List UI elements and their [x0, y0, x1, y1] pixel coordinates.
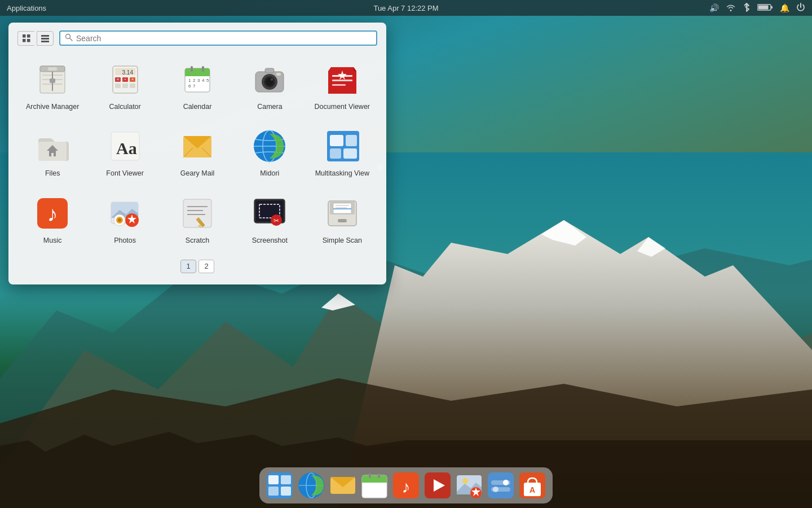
svg-rect-8 [41, 35, 49, 37]
camera-label: Camera [257, 102, 282, 111]
bluetooth-icon[interactable] [743, 3, 751, 14]
svg-rect-27 [115, 84, 121, 88]
svg-rect-109 [281, 487, 291, 496]
calendar-icon: 1 2 3 4 5 6 7 [179, 62, 215, 98]
dock-video[interactable] [423, 471, 452, 500]
topbar: Applications Tue Apr 7 12:22 PM 🔊 [0, 0, 812, 16]
svg-rect-20 [50, 78, 55, 83]
multitasking-icon [324, 128, 360, 164]
svg-rect-10 [41, 41, 49, 42]
svg-rect-55 [332, 80, 352, 81]
svg-rect-35 [185, 73, 210, 76]
dock-mail[interactable] [328, 471, 358, 500]
app-multitasking[interactable]: Multitasking View [307, 121, 377, 183]
font-viewer-icon: Aa [107, 128, 143, 164]
scratch-icon [179, 195, 215, 231]
svg-rect-29 [130, 84, 135, 88]
svg-rect-107 [281, 475, 291, 484]
apps-grid: Archive Manager 3.14 + [17, 55, 377, 251]
svg-marker-53 [354, 67, 356, 71]
svg-rect-9 [41, 38, 49, 40]
svg-rect-119 [378, 473, 380, 478]
svg-point-133 [493, 487, 498, 492]
taskbar-dock: ♪ [259, 467, 553, 503]
svg-point-49 [271, 78, 273, 81]
search-box [59, 30, 377, 46]
launcher-header [17, 30, 377, 46]
svg-rect-3 [758, 5, 769, 9]
photos-label: Photos [114, 236, 136, 245]
screenshot-icon: ✂ [251, 195, 288, 231]
app-scratch[interactable]: Scratch [162, 189, 232, 251]
app-archive-manager[interactable]: Archive Manager [17, 55, 87, 117]
grid-view-button[interactable] [17, 31, 34, 46]
svg-rect-5 [27, 34, 30, 38]
svg-rect-36 [191, 66, 193, 72]
dock-calendar[interactable] [360, 471, 389, 500]
app-camera[interactable]: Camera [235, 55, 304, 117]
svg-rect-37 [202, 66, 204, 72]
app-font-viewer[interactable]: Aa Font Viewer [90, 121, 160, 183]
app-simple-scan[interactable]: Simple Scan [307, 189, 377, 251]
app-geary-mail[interactable]: Geary Mail [162, 121, 232, 183]
volume-icon[interactable]: 🔊 [709, 3, 719, 12]
archive-manager-label: Archive Manager [26, 102, 80, 111]
app-calculator[interactable]: 3.14 + - × Calculator [90, 55, 160, 117]
svg-point-131 [503, 480, 509, 485]
topbar-datetime: Tue Apr 7 12:22 PM [373, 4, 438, 12]
applications-menu[interactable]: Applications [7, 4, 46, 12]
svg-point-126 [462, 478, 468, 484]
svg-rect-74 [330, 148, 341, 159]
music-label: Music [43, 236, 62, 245]
dock-photos[interactable] [454, 471, 484, 500]
battery-icon[interactable] [757, 3, 773, 13]
svg-text:+: + [131, 77, 134, 82]
svg-text:5: 5 [206, 78, 209, 83]
svg-rect-118 [369, 473, 371, 478]
power-icon[interactable] [796, 3, 805, 14]
svg-rect-50 [265, 68, 274, 73]
svg-rect-129 [488, 472, 514, 498]
app-calendar[interactable]: 1 2 3 4 5 6 7 Calendar [162, 55, 232, 117]
svg-text:3.14: 3.14 [122, 69, 133, 76]
dock-settings[interactable] [486, 471, 515, 500]
svg-text:-: - [124, 76, 126, 82]
svg-text:♪: ♪ [47, 202, 58, 226]
font-viewer-label: Font Viewer [106, 169, 143, 178]
svg-rect-73 [346, 135, 357, 146]
app-files[interactable]: Files [17, 121, 87, 183]
files-label: Files [45, 169, 60, 178]
document-viewer-label: Document Viewer [315, 102, 370, 111]
svg-rect-86 [183, 199, 211, 227]
svg-rect-2 [771, 6, 773, 8]
midori-label: Midori [260, 169, 279, 178]
notification-icon[interactable]: 🔔 [780, 3, 789, 12]
svg-text:4: 4 [202, 78, 205, 83]
list-view-button[interactable] [37, 31, 54, 46]
app-screenshot[interactable]: ✂ Screenshot [235, 189, 304, 251]
app-midori[interactable]: Midori [235, 121, 304, 183]
svg-rect-7 [27, 39, 30, 42]
app-document-viewer[interactable]: Document Viewer [307, 55, 377, 117]
document-viewer-icon [324, 62, 360, 98]
svg-rect-100 [333, 203, 351, 213]
dock-music[interactable]: ♪ [391, 471, 421, 500]
calculator-icon: 3.14 + - × [107, 62, 143, 98]
app-photos[interactable]: Photos [90, 189, 160, 251]
svg-text:♪: ♪ [402, 478, 411, 496]
page-2-button[interactable]: 2 [198, 260, 214, 273]
svg-text:1: 1 [188, 78, 191, 83]
app-music[interactable]: ♪ Music [17, 189, 87, 251]
svg-text:2: 2 [193, 78, 196, 83]
app-launcher: Archive Manager 3.14 + [8, 23, 386, 284]
dock-midori[interactable] [297, 471, 326, 500]
midori-icon [251, 128, 288, 164]
svg-text:7: 7 [193, 84, 196, 89]
search-input[interactable] [76, 34, 372, 43]
page-1-button[interactable]: 1 [180, 260, 196, 273]
wifi-icon[interactable] [726, 3, 736, 13]
geary-mail-icon [179, 128, 215, 164]
dock-appcenter[interactable]: A [518, 471, 547, 500]
dock-multitask[interactable] [265, 471, 294, 500]
svg-rect-4 [23, 34, 26, 38]
